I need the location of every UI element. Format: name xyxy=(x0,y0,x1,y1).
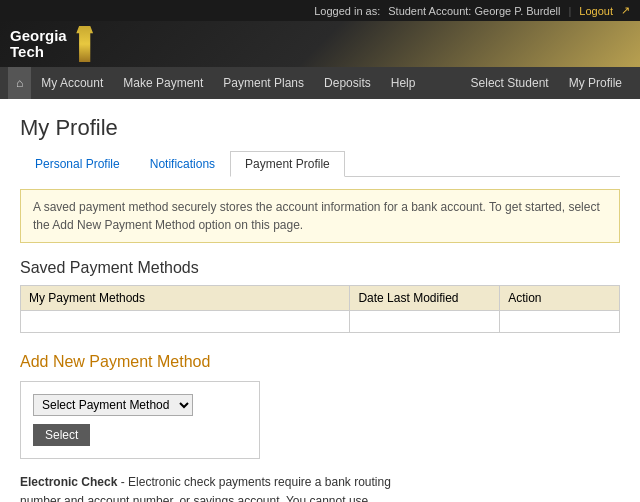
logo: GeorgiaTech xyxy=(10,26,99,62)
tab-payment-profile[interactable]: Payment Profile xyxy=(230,151,345,177)
empty-action xyxy=(500,311,620,333)
echeck-description: Electronic Check - Electronic check paym… xyxy=(20,473,400,502)
col-header-action: Action xyxy=(500,286,620,311)
col-header-method: My Payment Methods xyxy=(21,286,350,311)
nav-make-payment[interactable]: Make Payment xyxy=(113,67,213,99)
header: GeorgiaTech xyxy=(0,21,640,67)
logout-icon: ↗ xyxy=(621,4,630,17)
payment-method-select[interactable]: Select Payment Method Electronic Check xyxy=(33,394,193,416)
logo-icon xyxy=(71,26,99,62)
col-header-date: Date Last Modified xyxy=(350,286,500,311)
nav-right: Select Student My Profile xyxy=(461,67,632,99)
page-title: My Profile xyxy=(20,115,620,141)
logout-link[interactable]: Logout xyxy=(579,5,613,17)
nav-my-profile[interactable]: My Profile xyxy=(559,67,632,99)
logged-in-label: Logged in as: xyxy=(314,5,380,17)
add-payment-title: Add New Payment Method xyxy=(20,353,620,371)
saved-payments-title: Saved Payment Methods xyxy=(20,259,620,277)
separator: | xyxy=(568,5,571,17)
main-content: My Profile Personal Profile Notification… xyxy=(0,99,640,502)
select-wrapper: Select Payment Method Electronic Check xyxy=(33,394,247,416)
account-name: Student Account: George P. Burdell xyxy=(388,5,560,17)
echeck-label: Electronic Check xyxy=(20,475,117,489)
empty-method xyxy=(21,311,350,333)
tab-notifications[interactable]: Notifications xyxy=(135,151,230,177)
add-payment-box: Select Payment Method Electronic Check S… xyxy=(20,381,260,459)
nav-deposits[interactable]: Deposits xyxy=(314,67,381,99)
nav-my-account[interactable]: My Account xyxy=(31,67,113,99)
info-text: A saved payment method securely stores t… xyxy=(33,200,600,232)
logo-text: GeorgiaTech xyxy=(10,28,67,61)
nav-help[interactable]: Help xyxy=(381,67,426,99)
nav-home[interactable]: ⌂ xyxy=(8,67,31,99)
table-row-empty xyxy=(21,311,620,333)
tabs: Personal Profile Notifications Payment P… xyxy=(20,151,620,177)
tab-personal-profile[interactable]: Personal Profile xyxy=(20,151,135,177)
nav-select-student[interactable]: Select Student xyxy=(461,67,559,99)
payment-table: My Payment Methods Date Last Modified Ac… xyxy=(20,285,620,333)
empty-date xyxy=(350,311,500,333)
select-button[interactable]: Select xyxy=(33,424,90,446)
home-icon: ⌂ xyxy=(16,76,23,90)
top-bar: Logged in as: Student Account: George P.… xyxy=(0,0,640,21)
nav-bar: ⌂ My Account Make Payment Payment Plans … xyxy=(0,67,640,99)
nav-payment-plans[interactable]: Payment Plans xyxy=(213,67,314,99)
info-box: A saved payment method securely stores t… xyxy=(20,189,620,243)
